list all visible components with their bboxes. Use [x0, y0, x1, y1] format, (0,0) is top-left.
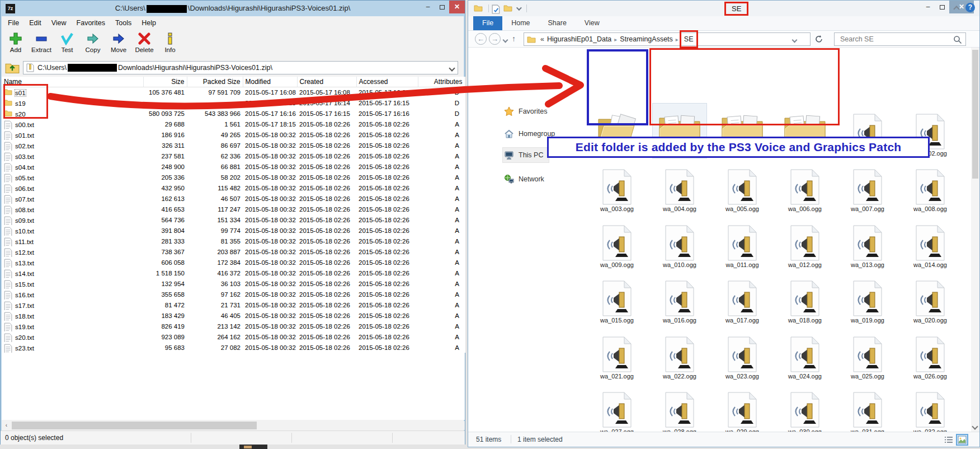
- file-tile[interactable]: wa_010.ogg: [653, 215, 706, 269]
- table-row[interactable]: s01.txt186 91649 2652015-05-18 00:322015…: [2, 129, 465, 140]
- table-row[interactable]: s00.txt29 6881 5612015-05-17 18:152015-0…: [2, 119, 465, 129]
- file-tile[interactable]: wa_028.ogg: [653, 382, 706, 432]
- maximize-button[interactable]: [435, 1, 449, 13]
- menu-item-view[interactable]: View: [46, 18, 72, 29]
- file-tile[interactable]: wa_018.ogg: [778, 270, 832, 325]
- zip-address-combo[interactable]: C:\Users\Downloads\Higurashi\HigurashiPS…: [23, 61, 458, 74]
- tab-share[interactable]: Share: [539, 16, 576, 30]
- table-row[interactable]: s18.txt183 42946 4052015-05-18 00:322015…: [2, 310, 465, 321]
- file-tile[interactable]: wa_020.ogg: [903, 270, 957, 325]
- file-tile[interactable]: wa_027.ogg: [590, 382, 644, 432]
- sevenzip-titlebar[interactable]: 7z C:\Users\\Downloads\Higurashi\Higuras…: [1, 1, 465, 16]
- column-header-accessed[interactable]: Accessed: [356, 77, 418, 87]
- table-row[interactable]: s20.txt923 089264 1622015-05-18 00:32201…: [2, 331, 465, 342]
- minimize-button[interactable]: –: [421, 1, 435, 13]
- toolbar-info-button[interactable]: Info: [157, 30, 183, 59]
- details-view-button[interactable]: [944, 435, 954, 445]
- menu-item-tools[interactable]: Tools: [110, 18, 136, 29]
- table-row[interactable]: s192015-05-17 16:152015-05-17 16:142015-…: [2, 97, 465, 108]
- table-row[interactable]: s15.txt132 95436 1032015-05-18 00:322015…: [2, 278, 465, 289]
- up-one-level-button[interactable]: [5, 62, 20, 74]
- sidebar-item-this-pc[interactable]: This PC: [503, 148, 549, 162]
- vertical-scrollbar[interactable]: [971, 48, 979, 432]
- file-tile[interactable]: wa_013.ogg: [841, 215, 894, 269]
- chevron-down-icon[interactable]: [516, 5, 522, 11]
- icons-view-button[interactable]: [957, 435, 967, 445]
- file-tile[interactable]: wa_019.ogg: [841, 270, 894, 325]
- recent-locations-icon[interactable]: [503, 38, 508, 43]
- toolbar-copy-button[interactable]: Copy: [80, 30, 106, 59]
- table-row[interactable]: s10.txt391 80499 7742015-05-18 00:322015…: [2, 225, 465, 236]
- toolbar-extract-button[interactable]: Extract: [29, 30, 54, 59]
- table-row[interactable]: s16.txt355 65897 1622015-05-18 00:322015…: [2, 289, 465, 300]
- table-row[interactable]: s08.txt416 653117 2472015-05-18 00:32201…: [2, 204, 465, 214]
- toolbar-test-button[interactable]: Test: [54, 30, 80, 59]
- folder-icon[interactable]: [474, 4, 483, 13]
- file-tile[interactable]: wa_024.ogg: [778, 326, 832, 381]
- toolbar-delete-button[interactable]: Delete: [131, 30, 157, 59]
- refresh-button[interactable]: [814, 35, 823, 44]
- file-tile[interactable]: wa_023.ogg: [715, 326, 769, 381]
- file-tile[interactable]: wa_022.ogg: [653, 326, 706, 381]
- table-row[interactable]: s14.txt1 518 150416 3722015-05-18 00:322…: [2, 268, 465, 278]
- breadcrumb-segment-higurashiep01-data[interactable]: HigurashiEp01_Data: [545, 35, 613, 43]
- chevron-down-icon[interactable]: [449, 65, 455, 71]
- column-header-name[interactable]: Name: [2, 77, 143, 87]
- menu-item-help[interactable]: Help: [136, 18, 161, 29]
- breadcrumb-segment-se[interactable]: SE: [680, 30, 698, 48]
- menu-item-edit[interactable]: Edit: [24, 18, 46, 29]
- column-header-packed-size[interactable]: Packed Size: [187, 77, 243, 87]
- maximize-button[interactable]: [935, 1, 949, 13]
- forward-button[interactable]: →: [489, 33, 501, 45]
- file-tile[interactable]: wa_016.ogg: [653, 270, 706, 325]
- horizontal-scrollbar[interactable]: ‹: [2, 421, 465, 430]
- table-row[interactable]: s02.txt326 31186 6972015-05-18 00:322015…: [2, 140, 465, 151]
- address-bar[interactable]: « HigurashiEp01_Data▸StreamingAssets▸SE: [524, 32, 811, 46]
- scroll-down-icon[interactable]: [972, 423, 978, 429]
- file-tile[interactable]: wa_007.ogg: [841, 159, 894, 213]
- breadcrumb-segment-streamingassets[interactable]: StreamingAssets: [618, 35, 674, 43]
- close-button[interactable]: ✕: [449, 1, 465, 13]
- file-tile[interactable]: wa_031.ogg: [841, 382, 894, 432]
- breadcrumb-overflow[interactable]: «: [539, 35, 545, 43]
- new-folder-icon[interactable]: [503, 4, 512, 13]
- table-row[interactable]: s12.txt738 367203 8872015-05-18 00:32201…: [2, 246, 465, 257]
- file-tile[interactable]: wa_011.ogg: [715, 215, 769, 269]
- explorer-titlebar[interactable]: SE – ✕: [468, 1, 979, 16]
- file-tile[interactable]: wa_032.ogg: [903, 382, 957, 432]
- file-tile[interactable]: wa_025.ogg: [841, 326, 894, 381]
- table-row[interactable]: s23.txt95 68327 0822015-05-18 00:322015-…: [2, 342, 465, 353]
- tab-file[interactable]: File: [473, 16, 502, 30]
- scroll-left-icon[interactable]: ‹: [2, 421, 11, 430]
- sidebar-item-network[interactable]: Network: [504, 172, 544, 186]
- table-row[interactable]: s06.txt432 950115 4822015-05-18 00:32201…: [2, 183, 465, 193]
- table-row[interactable]: s07.txt162 61346 5072015-05-18 00:322015…: [2, 193, 465, 204]
- file-tile[interactable]: wa_004.ogg: [653, 159, 706, 213]
- column-header-size[interactable]: Size: [143, 77, 187, 87]
- properties-icon[interactable]: [492, 4, 501, 13]
- toolbar-move-button[interactable]: Move: [106, 30, 131, 59]
- file-tile[interactable]: wa_009.ogg: [590, 215, 644, 269]
- table-row[interactable]: s11.txt281 33381 3552015-05-18 00:322015…: [2, 236, 465, 246]
- up-button[interactable]: ↑: [512, 34, 516, 43]
- search-input[interactable]: [839, 34, 945, 44]
- file-tile[interactable]: wa_015.ogg: [590, 270, 644, 325]
- minimize-button[interactable]: –: [921, 1, 935, 13]
- table-row[interactable]: s20580 093 725543 383 9662015-05-17 16:1…: [2, 108, 465, 119]
- file-tile[interactable]: wa_029.ogg: [715, 382, 769, 432]
- sidebar-item-favorites[interactable]: Favorites: [504, 104, 547, 119]
- menu-item-file[interactable]: File: [3, 18, 24, 29]
- file-tile[interactable]: wa_026.ogg: [903, 326, 957, 381]
- file-tile[interactable]: wa_017.ogg: [715, 270, 769, 325]
- scrollbar-thumb[interactable]: [972, 50, 978, 179]
- file-tile[interactable]: wa_008.ogg: [903, 159, 957, 213]
- file-tile[interactable]: wa_012.ogg: [778, 215, 832, 269]
- file-tile[interactable]: wa_021.ogg: [590, 326, 644, 381]
- toolbar-add-button[interactable]: Add: [3, 30, 29, 59]
- file-tile[interactable]: wa_030.ogg: [778, 382, 832, 432]
- table-row[interactable]: s04.txt248 90066 8812015-05-18 00:322015…: [2, 161, 465, 172]
- file-tile[interactable]: wa_003.ogg: [590, 159, 644, 213]
- table-row[interactable]: s03.txt237 58162 3362015-05-18 00:322015…: [2, 151, 465, 161]
- table-row[interactable]: s09.txt564 736151 3342015-05-18 00:32201…: [2, 214, 465, 225]
- column-header-attributes[interactable]: Attributes: [418, 77, 465, 87]
